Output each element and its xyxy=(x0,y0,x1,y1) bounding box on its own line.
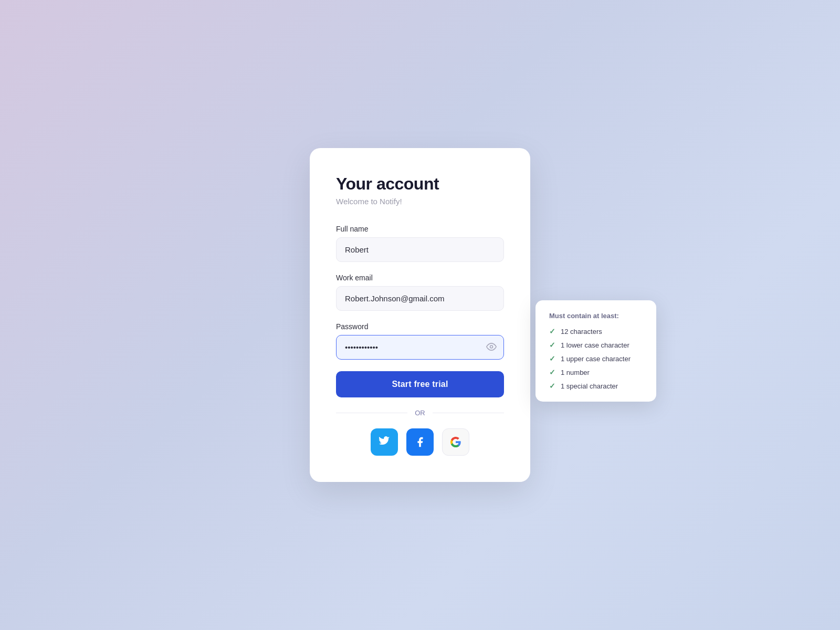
password-label: Password xyxy=(336,322,504,331)
fullname-label: Full name xyxy=(336,225,504,233)
check-icon-characters: ✓ xyxy=(549,327,555,335)
start-trial-button[interactable]: Start free trial xyxy=(336,371,504,397)
requirement-text-number: 1 number xyxy=(561,369,590,376)
twitter-icon xyxy=(379,436,390,448)
email-group: Work email xyxy=(336,274,504,311)
requirement-text-characters: 12 characters xyxy=(561,328,602,335)
requirement-item-special: ✓ 1 special character xyxy=(549,382,643,390)
fullname-group: Full name xyxy=(336,225,504,262)
check-icon-uppercase: ✓ xyxy=(549,354,555,363)
svg-point-0 xyxy=(490,345,493,348)
eye-icon[interactable] xyxy=(486,341,497,353)
signup-card: Your account Welcome to Notify! Full nam… xyxy=(310,148,530,482)
or-text: OR xyxy=(415,409,425,417)
password-requirements-tooltip: Must contain at least: ✓ 12 characters ✓… xyxy=(536,300,656,402)
requirements-title: Must contain at least: xyxy=(549,312,643,320)
password-wrapper xyxy=(336,335,504,360)
check-icon-lowercase: ✓ xyxy=(549,341,555,349)
social-buttons xyxy=(336,428,504,456)
requirement-text-uppercase: 1 upper case character xyxy=(561,355,631,363)
requirement-item-lowercase: ✓ 1 lower case character xyxy=(549,341,643,349)
or-line-left xyxy=(336,413,407,413)
google-button[interactable] xyxy=(442,428,469,456)
check-icon-number: ✓ xyxy=(549,368,555,376)
google-icon xyxy=(450,436,461,448)
card-subtitle: Welcome to Notify! xyxy=(336,197,504,206)
facebook-icon xyxy=(414,436,426,448)
email-input[interactable] xyxy=(336,286,504,311)
or-line-right xyxy=(433,413,504,413)
fullname-input[interactable] xyxy=(336,237,504,262)
facebook-button[interactable] xyxy=(406,428,434,456)
requirement-item-uppercase: ✓ 1 upper case character xyxy=(549,354,643,363)
password-input[interactable] xyxy=(336,335,504,360)
or-divider: OR xyxy=(336,409,504,417)
requirement-text-lowercase: 1 lower case character xyxy=(561,341,629,349)
check-icon-special: ✓ xyxy=(549,382,555,390)
page-wrapper: Your account Welcome to Notify! Full nam… xyxy=(310,148,530,482)
twitter-button[interactable] xyxy=(371,428,398,456)
card-title: Your account xyxy=(336,174,504,194)
requirement-item-characters: ✓ 12 characters xyxy=(549,327,643,335)
requirement-item-number: ✓ 1 number xyxy=(549,368,643,376)
email-label: Work email xyxy=(336,274,504,282)
requirement-text-special: 1 special character xyxy=(561,382,618,390)
password-group: Password xyxy=(336,322,504,360)
